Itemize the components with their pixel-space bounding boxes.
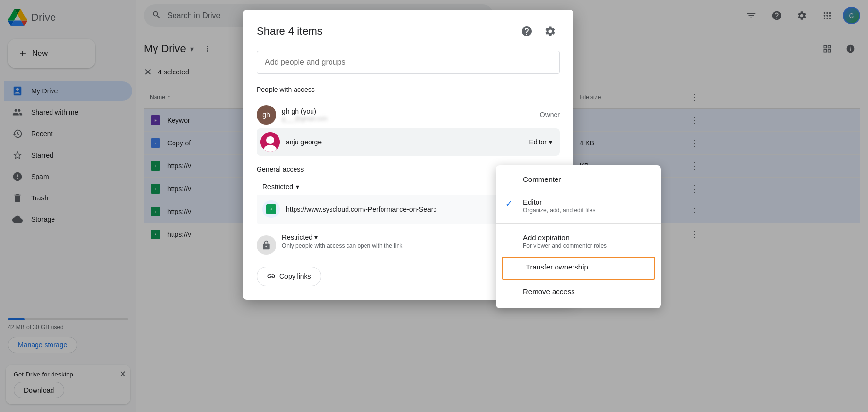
editor-role-dropdown-button[interactable]: Editor ▾ — [525, 136, 556, 148]
share-settings-button[interactable] — [540, 21, 560, 41]
lock-icon — [257, 235, 276, 255]
transfer-ownership-label: Transfer ownership — [526, 263, 648, 271]
owner-person-row: gh gh gh (you) g___@gmail.com Owner — [257, 101, 560, 128]
svg-point-13 — [266, 136, 274, 144]
remove-access-label: Remove access — [523, 287, 651, 296]
expiration-label: Add expiration — [523, 233, 651, 242]
transfer-info: Transfer ownership — [526, 263, 648, 271]
role-menu-remove-access[interactable]: ✓ Remove access — [496, 282, 661, 305]
role-menu-transfer-ownership[interactable]: ✓ Transfer ownership — [502, 257, 655, 280]
editor-role-label: Editor — [529, 138, 547, 146]
link-file-icon: + — [262, 200, 280, 218]
role-menu-divider — [496, 223, 661, 224]
owner-info: gh gh (you) g___@gmail.com — [282, 107, 534, 122]
chevron-down-icon: ▾ — [549, 138, 552, 146]
svg-text:+: + — [270, 207, 273, 212]
role-menu-add-expiration[interactable]: ✓ Add expiration For viewer and commente… — [496, 228, 661, 255]
share-help-button[interactable] — [517, 21, 537, 41]
restricted-dropdown-button[interactable]: Restricted ▾ — [282, 233, 318, 241]
restricted-label: Restricted — [282, 233, 312, 241]
general-access-dropdown-button[interactable]: Restricted ▾ — [257, 179, 305, 195]
editor-role-info: Editor Organize, add, and edit files — [523, 198, 651, 214]
owner-role: Owner — [540, 111, 560, 119]
editor-role-name: Editor — [523, 198, 651, 206]
editor-info: anju george — [286, 138, 519, 146]
copy-links-button[interactable]: Copy links — [257, 267, 321, 286]
copy-links-label: Copy links — [279, 272, 311, 280]
share-header-icons — [517, 21, 560, 41]
expiration-desc: For viewer and commenter roles — [523, 242, 651, 249]
general-access-value: Restricted — [262, 183, 293, 191]
expiration-info: Add expiration For viewer and commenter … — [523, 233, 651, 249]
editor-role-desc: Organize, add, and edit files — [523, 207, 651, 214]
editor-name: anju george — [286, 138, 519, 146]
chevron-down-icon: ▾ — [314, 233, 318, 241]
add-people-input[interactable] — [257, 51, 560, 74]
chevron-down-icon: ▾ — [296, 183, 299, 191]
owner-avatar: gh — [257, 105, 276, 125]
owner-name: gh gh (you) — [282, 107, 534, 115]
remove-access-info: Remove access — [523, 287, 651, 296]
editor-check-icon: ✓ — [505, 198, 517, 209]
commenter-info: Commenter — [523, 175, 651, 183]
share-title: Share 4 items — [257, 25, 323, 37]
role-dropdown-menu: ✓ Commenter ✓ Editor Organize, add, and … — [496, 165, 661, 308]
editor-avatar — [260, 132, 280, 152]
editor-person-row: anju george Editor ▾ — [257, 128, 560, 156]
commenter-label: Commenter — [523, 175, 651, 183]
role-menu-commenter[interactable]: ✓ Commenter — [496, 169, 661, 192]
owner-email: g___@gmail.com — [282, 115, 534, 122]
people-with-access-label: People with access — [257, 86, 560, 93]
share-modal-header: Share 4 items — [257, 21, 560, 41]
role-menu-editor[interactable]: ✓ Editor Organize, add, and edit files — [496, 192, 661, 219]
